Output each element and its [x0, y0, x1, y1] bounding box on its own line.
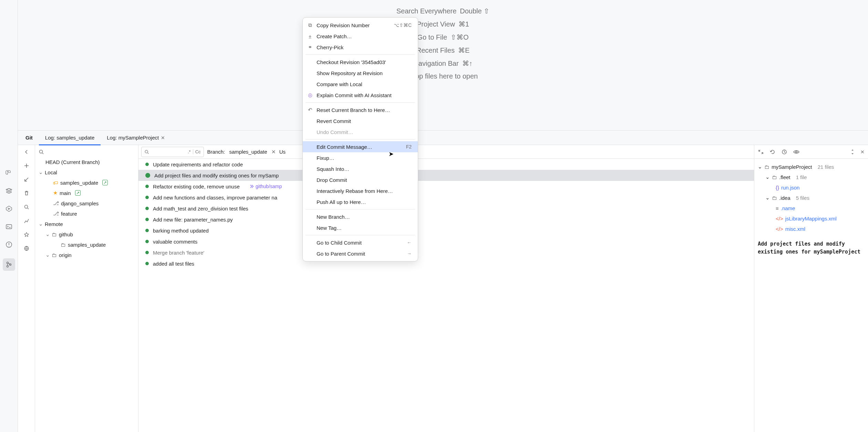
branch-feature[interactable]: ⎇feature: [35, 208, 138, 219]
menu-checkout-revision[interactable]: Checkout Revision '3545ad03': [303, 56, 418, 68]
case-toggle[interactable]: Cc: [193, 149, 201, 154]
tab-log-samples-update[interactable]: Log: samples_update: [39, 131, 101, 145]
clear-icon[interactable]: ✕: [271, 149, 276, 155]
branches-tree: HEAD (Current Branch) ⌄Local 🏷samples_up…: [35, 145, 138, 432]
add-icon[interactable]: [23, 162, 30, 169]
commit-row[interactable]: Update requirements and refactor code: [138, 159, 754, 170]
commit-row[interactable]: Add new file: parameter_names.py: [138, 214, 754, 225]
close-icon[interactable]: ✕: [161, 135, 165, 141]
menu-separator: [306, 54, 415, 55]
play-icon[interactable]: [5, 205, 13, 213]
branch-group-local[interactable]: ⌄Local: [35, 167, 138, 177]
stack-icon[interactable]: [5, 187, 13, 195]
menu-explain-ai[interactable]: ◎Explain Commit with AI Assistant: [303, 90, 418, 101]
graph-dot-icon: [145, 185, 149, 188]
copy-icon: ⧉: [307, 22, 313, 28]
menu-revert-commit[interactable]: Revert Commit: [303, 115, 418, 126]
commit-row[interactable]: Refactor existing code, remove unuse git…: [138, 181, 754, 192]
graph-dot-icon: [145, 163, 149, 166]
folder-fleet[interactable]: ⌄🗀.fleet 1 file: [756, 172, 866, 182]
menu-new-tag[interactable]: New Tag…: [303, 222, 418, 233]
vcs-tabs: Git Log: samples_update Log: mySamplePro…: [18, 131, 868, 145]
details-toolbar: ✕: [754, 145, 868, 159]
menu-goto-parent[interactable]: Go to Parent Commit→: [303, 248, 418, 259]
commit-row[interactable]: Add new functions and classes, improve p…: [138, 192, 754, 203]
eye-icon[interactable]: [793, 149, 800, 155]
search-icon[interactable]: [23, 204, 30, 210]
commit-row[interactable]: barking method updated: [138, 225, 754, 236]
git-icon[interactable]: [3, 258, 15, 271]
commit-row[interactable]: Merge branch 'feature': [138, 247, 754, 258]
commit-row[interactable]: valuable comments: [138, 236, 754, 247]
terminal-icon[interactable]: [5, 223, 13, 231]
menu-cherry-pick[interactable]: ⚭Cherry-Pick: [303, 42, 418, 53]
undo-icon[interactable]: [769, 149, 776, 155]
collapse-icon[interactable]: [758, 149, 764, 155]
tip-project-view: Project View ⌘1: [417, 20, 469, 28]
cursor-icon: ➤: [389, 150, 394, 158]
tab-git[interactable]: Git: [19, 131, 39, 145]
text-icon: ≡: [776, 205, 779, 211]
tab-log-mysampleproject[interactable]: Log: mySampleProject✕: [101, 131, 171, 145]
expand-icon[interactable]: [850, 149, 855, 155]
tip-goto-file: Go to File ⇧⌘O: [417, 33, 468, 41]
xml-icon: </>: [776, 226, 783, 232]
star-icon: ★: [53, 190, 58, 196]
remote-github[interactable]: ⌄🗀github: [35, 229, 138, 239]
folder-idea[interactable]: ⌄🗀.idea 5 files: [756, 193, 866, 203]
tip-drop-files: Drop files here to open: [408, 72, 478, 80]
close-icon[interactable]: ✕: [860, 149, 865, 155]
star-icon[interactable]: [23, 231, 30, 238]
branch-filter[interactable]: Branch: samples_update ✕: [207, 149, 276, 155]
menu-rebase[interactable]: Interactively Rebase from Here…: [303, 185, 418, 196]
graph-icon[interactable]: [23, 217, 30, 224]
trash-icon[interactable]: [23, 190, 30, 197]
log-filter-input[interactable]: .* Cc: [141, 147, 204, 157]
menu-new-branch[interactable]: New Branch…: [303, 211, 418, 222]
file-run-json[interactable]: {}run.json: [756, 182, 866, 193]
tip-recent-files: Recent Files ⌘E: [416, 46, 470, 54]
svg-point-10: [796, 151, 797, 153]
back-icon[interactable]: [23, 148, 30, 155]
menu-copy-revision[interactable]: ⧉Copy Revision Number⌥⇧⌘C: [303, 20, 418, 31]
menu-create-patch[interactable]: ±Create Patch…: [303, 31, 418, 42]
menu-squash[interactable]: Squash Into…: [303, 163, 418, 174]
branch-samples-update[interactable]: 🏷samples_update↗: [35, 177, 138, 188]
graph-dot-icon: [145, 173, 150, 178]
branch-group-remote[interactable]: ⌄Remote: [35, 219, 138, 229]
branches-search[interactable]: [35, 147, 138, 157]
menu-show-repo[interactable]: Show Repository at Revision: [303, 68, 418, 79]
menu-push-up-to[interactable]: Push All up to Here…: [303, 196, 418, 207]
svg-point-2: [7, 262, 8, 264]
menu-edit-commit-message[interactable]: Edit Commit Message…F2: [303, 141, 418, 152]
branch-head[interactable]: HEAD (Current Branch): [35, 157, 138, 167]
commit-log: .* Cc Branch: samples_update ✕ Us Update…: [138, 145, 754, 432]
python-icon[interactable]: [5, 169, 13, 177]
menu-goto-child[interactable]: Go to Child Commit←: [303, 237, 418, 248]
user-filter[interactable]: Us: [279, 149, 286, 155]
history-icon[interactable]: [781, 149, 787, 155]
folder-icon: 🗀: [772, 174, 777, 180]
branch-main[interactable]: ★main↗: [35, 188, 138, 198]
remote-branch-samples-update[interactable]: 🗀samples_update: [35, 239, 138, 250]
commit-list: Update requirements and refactor code Ad…: [138, 159, 754, 432]
menu-compare-local[interactable]: Compare with Local: [303, 79, 418, 90]
menu-reset-branch[interactable]: ↶Reset Current Branch to Here…: [303, 104, 418, 115]
file-name[interactable]: ≡.name: [756, 203, 866, 213]
search-icon: [144, 150, 149, 154]
editor-tips: Search Everywhere Double ⇧ Project View …: [18, 0, 868, 130]
globe-icon[interactable]: [23, 245, 30, 252]
commit-row[interactable]: added all test files: [138, 258, 754, 269]
branch-django-samples[interactable]: ⎇django_samples: [35, 198, 138, 208]
regex-toggle[interactable]: .*: [188, 149, 191, 154]
commit-row[interactable]: Add project files and modify existing on…: [138, 170, 754, 181]
commit-row[interactable]: Add math_test and zero_division test fil…: [138, 203, 754, 214]
incoming-icon[interactable]: [23, 176, 30, 183]
menu-fixup[interactable]: Fixup…: [303, 152, 418, 163]
file-misc-xml[interactable]: </>misc.xml: [756, 224, 866, 234]
problems-icon[interactable]: [5, 240, 13, 249]
project-folder[interactable]: ⌄🗀mySampleProject 21 files: [756, 162, 866, 172]
remote-origin[interactable]: ⌄🗀origin: [35, 250, 138, 260]
menu-drop-commit[interactable]: Drop Commit: [303, 174, 418, 185]
file-jslib-xml[interactable]: </>jsLibraryMappings.xml: [756, 213, 866, 224]
